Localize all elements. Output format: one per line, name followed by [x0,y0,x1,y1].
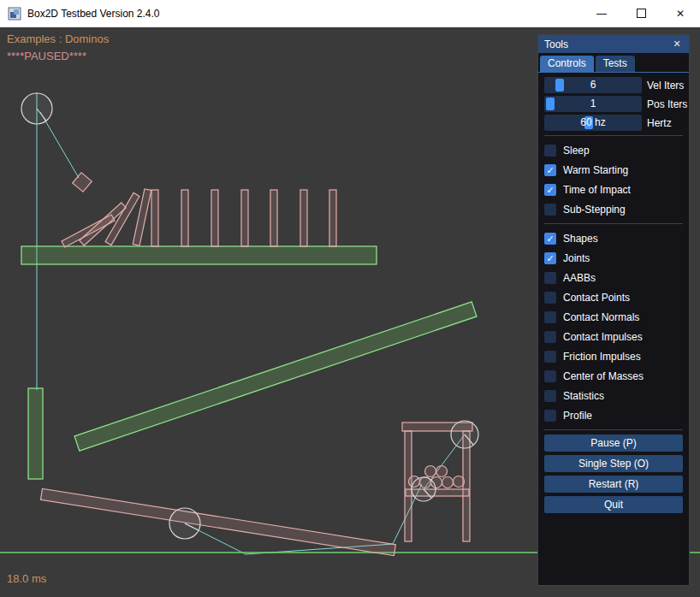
checkbox-row-contact-impulses[interactable]: Contact Impulses [544,327,683,346]
example-title-label: Examples : Dominos [7,33,109,45]
seesaw-plank [40,488,395,555]
checkbox-row-sub-stepping[interactable]: Sub-Stepping [544,199,683,219]
vel-iters-label: Vel Iters [647,80,684,92]
checked-checkbox-icon[interactable]: ✓ [544,164,556,176]
maximize-icon[interactable] [621,0,661,27]
checkbox-label-friction-impulses: Friction Impulses [563,351,641,363]
window-title: Box2D Testbed Version 2.4.0 [27,8,160,20]
hertz-label: Hertz [647,117,672,129]
checkbox-label-joints: Joints [563,252,590,264]
checkbox-label-warm-starting: Warm Starting [563,164,628,176]
checkbox-row-center-of-masses[interactable]: Center of Masses [544,366,683,386]
pos-iters-value: 1 [544,96,642,112]
single-step-button[interactable]: Single Step (O) [544,455,683,472]
domino-shelf [21,246,377,264]
checkbox-row-joints[interactable]: ✓Joints [544,248,683,268]
checkbox-row-statistics[interactable]: Statistics [544,386,683,405]
checked-checkbox-icon[interactable]: ✓ [544,233,556,245]
maximize-box [637,9,646,18]
tab-bar: Controls Tests [538,53,689,73]
close-icon[interactable]: ✕ [661,0,700,27]
checkbox-label-time-of-impact: Time of Impact [563,184,631,196]
paused-status-label: ****PAUSED**** [7,50,86,62]
checkbox-label-statistics: Statistics [563,390,604,402]
domino [151,190,158,246]
domino [329,190,336,246]
unchecked-checkbox-icon[interactable] [544,145,556,157]
checkbox-row-sleep[interactable]: Sleep [544,140,683,160]
domino [241,190,248,246]
small-ball [425,466,436,477]
checkbox-label-profile: Profile [563,410,592,422]
pause-button[interactable]: Pause (P) [544,434,683,452]
tools-panel: Tools ✕ Controls Tests 6 Vel Iters 1 Pos… [537,34,690,586]
quit-button[interactable]: Quit [544,496,683,513]
hertz-row: 60 hz Hertz [544,115,683,131]
unchecked-checkbox-icon[interactable] [544,311,556,323]
panel-close-icon[interactable]: ✕ [671,38,683,50]
domino [211,190,218,246]
unchecked-checkbox-icon[interactable] [544,204,556,216]
checkbox-row-friction-impulses[interactable]: Friction Impulses [544,346,683,366]
tab-controls[interactable]: Controls [540,56,594,72]
checkbox-label-contact-impulses: Contact Impulses [563,331,643,343]
domino [300,190,307,246]
small-ball [442,477,454,488]
tools-panel-titlebar[interactable]: Tools ✕ [538,35,689,53]
checkbox-row-time-of-impact[interactable]: ✓Time of Impact [544,180,683,199]
checkbox-row-contact-normals[interactable]: Contact Normals [544,307,683,327]
joint-lines [37,92,465,554]
checkbox-row-profile[interactable]: Profile [544,405,683,425]
dynamic-bodies [40,173,472,556]
vel-iters-value: 6 [544,77,642,93]
separator [544,135,683,136]
checkbox-label-shapes: Shapes [563,233,598,245]
small-ball [454,476,465,488]
window-titlebar[interactable]: Box2D Testbed Version 2.4.0 — ✕ [0,0,700,27]
separator [544,429,683,430]
domino [270,190,277,246]
checkbox-label-contact-normals: Contact Normals [563,311,639,323]
pos-iters-row: 1 Pos Iters [544,96,683,112]
checkbox-label-aabbs: AABBs [563,272,596,284]
minimize-icon[interactable]: — [582,0,621,27]
vertical-post [28,388,43,479]
window-controls: — ✕ [582,0,700,27]
action-buttons: Pause (P) Single Step (O) Restart (R) Qu… [544,434,683,513]
checked-checkbox-icon[interactable]: ✓ [544,184,556,196]
pos-iters-label: Pos Iters [647,98,687,110]
vel-iters-row: 6 Vel Iters [544,77,683,93]
checkbox-label-sleep: Sleep [563,145,590,157]
draw-options-group: ✓Shapes✓JointsAABBsContact PointsContact… [544,228,683,425]
pos-iters-slider[interactable]: 1 [544,96,642,112]
tools-panel-body: 6 Vel Iters 1 Pos Iters 60 hz Hertz Slee… [538,73,689,585]
separator [544,223,683,224]
checkbox-row-contact-points[interactable]: Contact Points [544,287,683,307]
hertz-slider[interactable]: 60 hz [544,115,642,131]
pendulum-box [73,173,92,192]
tools-panel-title: Tools [544,38,568,50]
unchecked-checkbox-icon[interactable] [544,272,556,284]
small-ball [436,466,448,477]
checkbox-label-contact-points: Contact Points [563,292,630,304]
unchecked-checkbox-icon[interactable] [544,292,556,304]
domino [181,190,188,246]
checkbox-row-aabbs[interactable]: AABBs [544,268,683,287]
unchecked-checkbox-icon[interactable] [544,370,556,382]
unchecked-checkbox-icon[interactable] [544,410,556,422]
checkbox-row-shapes[interactable]: ✓Shapes [544,228,683,248]
restart-button[interactable]: Restart (R) [544,476,683,493]
tab-tests[interactable]: Tests [596,56,635,72]
solver-options-group: Sleep✓Warm Starting✓Time of ImpactSub-St… [544,140,683,219]
app-icon [8,7,21,21]
frame-time-label: 18.0 ms [7,572,46,585]
unchecked-checkbox-icon[interactable] [544,351,556,363]
hertz-value: 60 hz [544,115,642,131]
unchecked-checkbox-icon[interactable] [544,390,556,402]
checked-checkbox-icon[interactable]: ✓ [544,252,556,264]
checkbox-row-warm-starting[interactable]: ✓Warm Starting [544,160,683,180]
checkbox-label-center-of-masses: Center of Masses [563,370,644,382]
box2d-testbed-window: { "window": { "title": "Box2D Testbed Ve… [0,0,700,597]
vel-iters-slider[interactable]: 6 [544,77,642,93]
unchecked-checkbox-icon[interactable] [544,331,556,343]
